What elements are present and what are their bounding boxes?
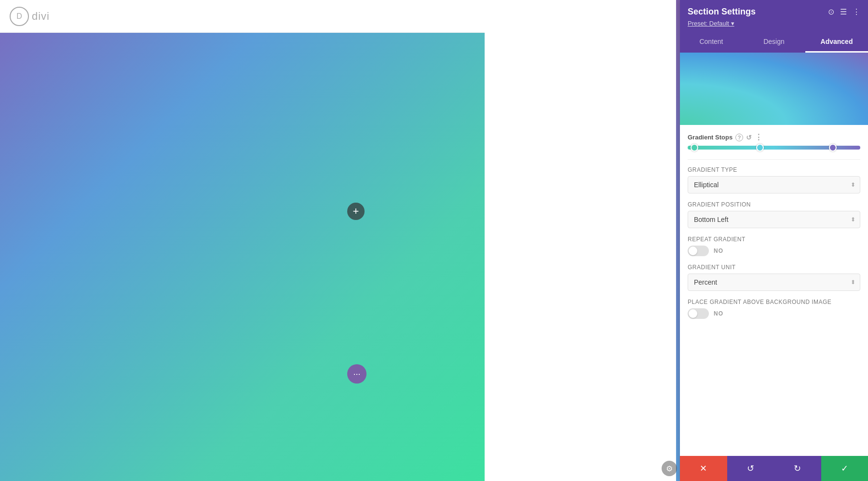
gradient-stops-more-icon[interactable]: ⋮ bbox=[755, 133, 762, 142]
gradient-type-select-wrapper: Elliptical Linear Conical bbox=[688, 176, 860, 193]
save-button[interactable]: ✓ bbox=[821, 456, 868, 481]
place-gradient-toggle-label: NO bbox=[714, 310, 723, 317]
save-icon: ✓ bbox=[841, 463, 848, 474]
target-icon[interactable]: ⊙ bbox=[828, 7, 834, 16]
gradient-position-row: Gradient Position Bottom Left Top Left T… bbox=[688, 201, 860, 228]
gradient-stops-label: Gradient Stops ? ↺ ⋮ bbox=[688, 133, 860, 142]
panel-edge-strip bbox=[676, 0, 680, 481]
panel-title: Section Settings bbox=[688, 7, 756, 17]
undo-button[interactable]: ↺ bbox=[727, 456, 774, 481]
gradient-type-row: Gradient Type Elliptical Linear Conical bbox=[688, 166, 860, 193]
cancel-button[interactable]: ✕ bbox=[680, 456, 727, 481]
repeat-gradient-toggle-label: NO bbox=[714, 247, 723, 254]
divider-1 bbox=[688, 159, 860, 160]
place-gradient-above-toggle[interactable] bbox=[688, 308, 709, 319]
gradient-position-select-wrapper: Bottom Left Top Left Top Center Top Righ… bbox=[688, 211, 860, 228]
canvas-background bbox=[0, 0, 485, 481]
tab-design[interactable]: Design bbox=[743, 32, 805, 53]
repeat-gradient-toggle-row: NO bbox=[688, 246, 860, 256]
gradient-unit-select-wrapper: Percent Pixel bbox=[688, 274, 860, 291]
place-gradient-toggle-thumb bbox=[689, 309, 697, 318]
panel-tabs: Content Design Advanced bbox=[680, 32, 868, 53]
tab-advanced[interactable]: Advanced bbox=[805, 32, 868, 53]
gradient-position-label: Gradient Position bbox=[688, 201, 860, 208]
header-bar: D divi bbox=[0, 0, 485, 33]
repeat-gradient-toggle[interactable] bbox=[688, 246, 709, 256]
place-gradient-toggle-row: NO bbox=[688, 308, 860, 319]
gradient-unit-label: Gradient Unit bbox=[688, 264, 860, 271]
panel-header: Section Settings ⊙ ☰ ⋮ Preset: Default ▾ bbox=[680, 0, 868, 32]
more-options-icon[interactable]: ⋮ bbox=[853, 7, 860, 16]
panel-preset[interactable]: Preset: Default ▾ bbox=[688, 20, 860, 27]
settings-panel: Section Settings ⊙ ☰ ⋮ Preset: Default ▾… bbox=[680, 0, 868, 481]
options-icon: ··· bbox=[353, 369, 360, 379]
panel-header-top: Section Settings ⊙ ☰ ⋮ bbox=[688, 7, 860, 17]
gradient-stops-section: Gradient Stops ? ↺ ⋮ bbox=[688, 133, 860, 150]
toggle-thumb bbox=[689, 247, 697, 255]
undo-icon: ↺ bbox=[747, 463, 754, 474]
cancel-icon: ✕ bbox=[700, 463, 707, 474]
gradient-unit-select[interactable]: Percent Pixel bbox=[688, 274, 860, 291]
tab-content[interactable]: Content bbox=[680, 32, 743, 53]
gradient-stops-help-icon[interactable]: ? bbox=[735, 134, 743, 141]
gradient-stops-reset-icon[interactable]: ↺ bbox=[746, 134, 752, 141]
divi-logo-circle: D bbox=[10, 7, 29, 26]
logo-text: divi bbox=[32, 10, 50, 23]
gradient-unit-row: Gradient Unit Percent Pixel bbox=[688, 264, 860, 291]
redo-icon: ↻ bbox=[794, 463, 801, 474]
divi-logo: D divi bbox=[10, 7, 50, 26]
gradient-position-select[interactable]: Bottom Left Top Left Top Center Top Righ… bbox=[688, 211, 860, 228]
repeat-gradient-row: Repeat Gradient NO bbox=[688, 236, 860, 256]
add-icon: + bbox=[353, 205, 359, 218]
panel-header-icons: ⊙ ☰ ⋮ bbox=[828, 7, 860, 16]
gradient-preview bbox=[680, 53, 868, 125]
stop-marker-green[interactable] bbox=[691, 144, 698, 151]
stop-marker-cyan[interactable] bbox=[756, 144, 764, 151]
gear-icon: ⚙ bbox=[666, 464, 673, 473]
logo-letter: D bbox=[16, 12, 22, 21]
place-gradient-above-row: Place Gradient Above Background Image NO bbox=[688, 299, 860, 319]
gradient-type-label: Gradient Type bbox=[688, 166, 860, 173]
place-gradient-above-label: Place Gradient Above Background Image bbox=[688, 299, 860, 305]
gear-icon-button[interactable]: ⚙ bbox=[662, 461, 677, 476]
settings-body: Gradient Stops ? ↺ ⋮ Gradient Type Ellip bbox=[680, 125, 868, 334]
redo-button[interactable]: ↻ bbox=[774, 456, 821, 481]
add-section-button[interactable]: + bbox=[347, 203, 365, 220]
gradient-type-select[interactable]: Elliptical Linear Conical bbox=[688, 176, 860, 193]
action-bar: ✕ ↺ ↻ ✓ bbox=[680, 456, 868, 481]
panel-scroll[interactable]: Gradient Stops ? ↺ ⋮ Gradient Type Ellip bbox=[680, 53, 868, 456]
stop-marker-purple[interactable] bbox=[829, 144, 837, 151]
repeat-gradient-label: Repeat Gradient bbox=[688, 236, 860, 243]
canvas-options-button[interactable]: ··· bbox=[347, 364, 366, 384]
gradient-stops-track[interactable] bbox=[688, 146, 860, 150]
layout-icon[interactable]: ☰ bbox=[840, 7, 847, 16]
